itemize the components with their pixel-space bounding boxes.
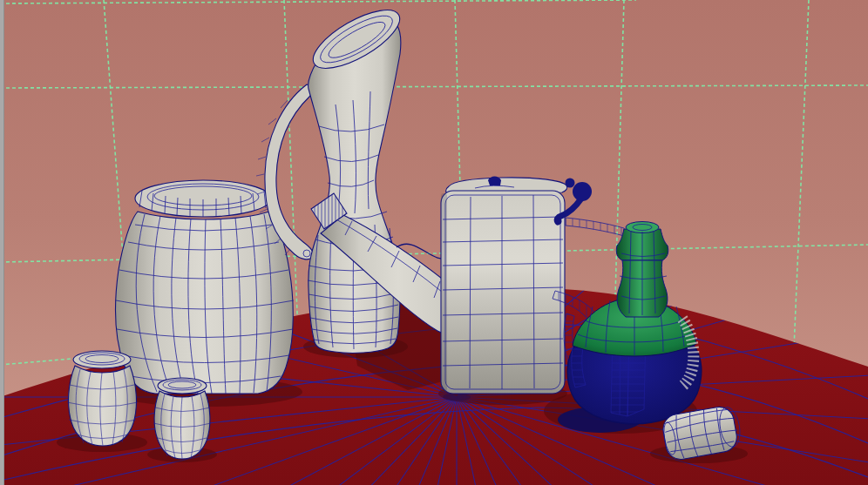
- jar-body[interactable]: [116, 212, 294, 394]
- bottle-neck: [616, 222, 668, 318]
- viewport-left-border-line: [3, 0, 4, 485]
- viewport-stage: [0, 0, 868, 485]
- box-left-shade: [441, 193, 447, 392]
- jar-body[interactable]: [154, 391, 210, 459]
- jar-body[interactable]: [69, 366, 137, 446]
- viewport-canvas[interactable]: [0, 0, 868, 485]
- viewport-left-border: [0, 0, 3, 485]
- small-jar-right[interactable]: [153, 378, 211, 459]
